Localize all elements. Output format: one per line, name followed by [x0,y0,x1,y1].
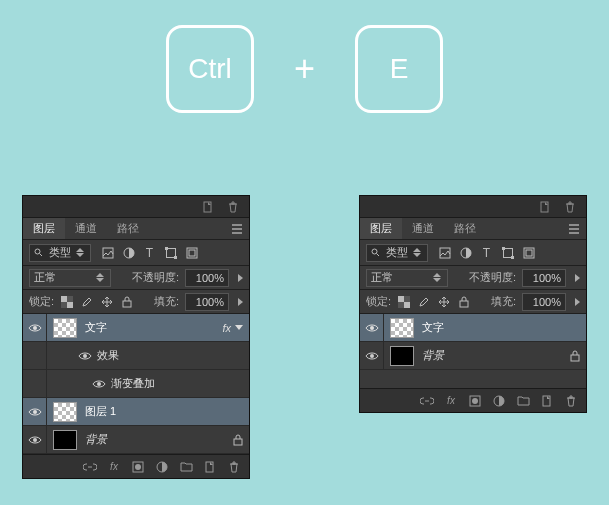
smart-filter-icon[interactable] [522,246,535,259]
visibility-toggle[interactable] [360,314,384,341]
tab-paths[interactable]: 路径 [107,218,149,239]
layer-effects-row[interactable]: 效果 [23,342,249,370]
link-icon[interactable] [83,460,97,474]
trash-icon[interactable] [564,394,578,408]
type-filter-icon[interactable]: T [480,246,493,259]
svg-rect-30 [511,256,514,259]
lock-transparent-icon[interactable] [397,295,411,309]
fx-icon[interactable]: fx [107,460,121,474]
tab-channels[interactable]: 通道 [402,218,444,239]
trash-icon[interactable] [226,200,239,213]
fill-input[interactable]: 100% [522,293,566,311]
svg-rect-10 [67,302,73,308]
e-key: E [355,25,443,113]
fx-icon[interactable]: fx [444,394,458,408]
select-arrows-icon [96,273,106,282]
layer-filter-row: 类型 T [23,240,249,266]
lock-label: 锁定: [29,294,54,309]
svg-point-18 [33,438,37,442]
panel-menu-icon[interactable] [227,218,249,239]
lock-move-icon[interactable] [437,295,451,309]
layer-row[interactable]: 背景 [23,426,249,454]
lock-move-icon[interactable] [100,295,114,309]
svg-rect-5 [165,247,168,250]
dropdown-arrow-icon[interactable] [575,274,580,282]
adjust-filter-icon[interactable] [459,246,472,259]
visibility-toggle[interactable] [23,314,47,341]
svg-rect-26 [440,248,450,258]
layer-name: 文字 [85,320,222,335]
visibility-toggle[interactable] [360,342,384,369]
lock-row: 锁定: 填充: 100% [23,290,249,314]
visibility-toggle[interactable] [23,426,47,453]
mask-icon[interactable] [468,394,482,408]
fill-input[interactable]: 100% [185,293,229,311]
layer-effects-label: 效果 [97,348,249,363]
link-icon[interactable] [420,394,434,408]
opacity-input[interactable]: 100% [522,269,566,287]
trash-icon[interactable] [227,460,241,474]
dropdown-arrow-icon[interactable] [575,298,580,306]
lock-all-icon[interactable] [120,295,134,309]
layer-row[interactable]: 背景 [360,342,586,370]
ctrl-key: Ctrl [166,25,254,113]
smart-filter-icon[interactable] [185,246,198,259]
svg-rect-44 [543,396,550,406]
layer-thumbnail [390,346,414,366]
blend-mode-select[interactable]: 正常 [366,269,448,287]
layer-list-empty [360,370,586,388]
kind-filter-select[interactable]: 类型 [366,244,428,262]
adjustment-icon[interactable] [155,460,169,474]
fx-badge[interactable]: fx [222,322,231,334]
layer-effect-item[interactable]: 渐变叠加 [23,370,249,398]
opacity-input[interactable]: 100% [185,269,229,287]
shape-filter-icon[interactable] [501,246,514,259]
adjust-filter-icon[interactable] [122,246,135,259]
visibility-toggle[interactable] [23,398,47,425]
blend-mode-select[interactable]: 正常 [29,269,111,287]
image-filter-icon[interactable] [101,246,114,259]
lock-brush-icon[interactable] [80,295,94,309]
trash-icon[interactable] [563,200,576,213]
type-filter-icon[interactable]: T [143,246,156,259]
mask-icon[interactable] [131,460,145,474]
layer-row[interactable]: 文字 [360,314,586,342]
lock-icon [564,350,586,362]
layer-name: 图层 1 [85,404,249,419]
dropdown-arrow-icon[interactable] [238,274,243,282]
layer-row[interactable]: 文字 fx [23,314,249,342]
layer-effect-name: 渐变叠加 [111,376,249,391]
blend-mode-label: 正常 [34,270,56,285]
new-doc-icon[interactable] [538,200,551,213]
visibility-toggle[interactable] [87,370,111,397]
select-arrows-icon [76,248,86,257]
chevron-down-icon[interactable] [235,325,243,330]
image-filter-icon[interactable] [438,246,451,259]
layer-name: 背景 [85,432,227,447]
lock-transparent-icon[interactable] [60,295,74,309]
dropdown-arrow-icon[interactable] [238,298,243,306]
shape-filter-icon[interactable] [164,246,177,259]
lock-all-icon[interactable] [457,295,471,309]
svg-rect-2 [103,248,113,258]
group-icon[interactable] [516,394,530,408]
kind-filter-select[interactable]: 类型 [29,244,91,262]
group-icon[interactable] [179,460,193,474]
tab-layers[interactable]: 图层 [360,218,402,239]
visibility-toggle[interactable] [73,342,97,369]
new-doc-icon[interactable] [201,200,214,213]
panel-menu-icon[interactable] [564,218,586,239]
new-layer-icon[interactable] [540,394,554,408]
tab-paths[interactable]: 路径 [444,218,486,239]
tab-layers[interactable]: 图层 [23,218,65,239]
lock-brush-icon[interactable] [417,295,431,309]
fill-value: 100% [533,296,561,308]
layer-row[interactable]: 图层 1 [23,398,249,426]
opacity-label: 不透明度: [469,270,516,285]
lock-icon [227,434,249,446]
tab-channels[interactable]: 通道 [65,218,107,239]
new-layer-icon[interactable] [203,460,217,474]
layers-panel-right: 图层 通道 路径 类型 T 正常 不透明度: 100% 锁定: [359,195,587,413]
adjustment-icon[interactable] [492,394,506,408]
lock-label: 锁定: [366,294,391,309]
